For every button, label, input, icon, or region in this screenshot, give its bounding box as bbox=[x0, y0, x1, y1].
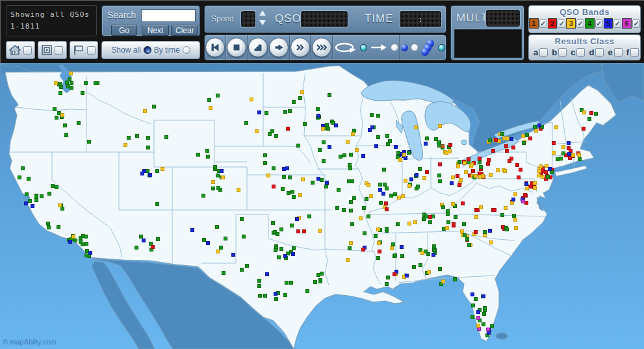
band-2-checkbox[interactable]: ✓ bbox=[558, 19, 565, 28]
oneway-mode-radio[interactable] bbox=[391, 44, 398, 51]
map-copyright: © mapAbilty.com bbox=[3, 338, 56, 346]
class-a-checkbox[interactable] bbox=[539, 48, 548, 57]
qso-display bbox=[301, 11, 348, 27]
class-c-label: c bbox=[571, 47, 575, 57]
class-f-checkbox[interactable] bbox=[630, 48, 639, 57]
fastest-forward-button[interactable] bbox=[312, 38, 331, 57]
play-button[interactable] bbox=[269, 38, 289, 57]
band-1-swatch: 1 bbox=[529, 18, 539, 29]
toolbar: Showing all QSOs 1-1811 bbox=[0, 0, 644, 63]
class-c-checkbox[interactable] bbox=[576, 48, 585, 57]
fast-forward-button[interactable] bbox=[290, 38, 310, 57]
clear-button[interactable]: Clear bbox=[171, 25, 198, 36]
stop-button[interactable] bbox=[227, 38, 246, 57]
home-layer-toggle[interactable] bbox=[6, 41, 35, 59]
us-map-svg[interactable] bbox=[0, 63, 644, 349]
class-d-checkbox[interactable] bbox=[595, 48, 604, 57]
single-dot-mode-radio[interactable] bbox=[411, 44, 419, 51]
band-3-swatch: 3 bbox=[566, 18, 576, 29]
band-4-checkbox[interactable]: ✓ bbox=[595, 19, 603, 28]
mult-list[interactable] bbox=[454, 29, 522, 58]
by-time-radio[interactable] bbox=[183, 46, 190, 54]
mult-display bbox=[486, 10, 520, 27]
flag-layer-toggle[interactable] bbox=[70, 41, 98, 59]
mapability-app: Showing all QSOs 1-1811 bbox=[0, 0, 644, 349]
class-a-label: a bbox=[534, 47, 538, 57]
view-mode-panel: Show all By time bbox=[101, 41, 200, 59]
search-panel: Search Go Next Clear bbox=[101, 5, 200, 36]
qso-bands-row: 1✓2✓3✓4✓5✓6✓ bbox=[529, 18, 640, 29]
band-1-checkbox[interactable]: ✓ bbox=[539, 19, 547, 28]
next-button[interactable]: Next bbox=[142, 25, 169, 36]
trail-mode-radio[interactable] bbox=[438, 44, 445, 51]
grid-layer-toggle[interactable] bbox=[38, 41, 67, 59]
class-e-checkbox[interactable] bbox=[614, 48, 623, 57]
class-d-label: d bbox=[589, 47, 594, 57]
fastest-forward-icon bbox=[316, 43, 327, 52]
show-all-radio[interactable] bbox=[144, 46, 151, 54]
stop-icon bbox=[232, 43, 241, 52]
nested-squares-icon bbox=[42, 45, 52, 55]
search-input[interactable] bbox=[141, 9, 196, 22]
status-line1: Showing all QSOs bbox=[10, 9, 92, 21]
lake-st-clair bbox=[461, 140, 467, 145]
status-line2: 1-1811 bbox=[10, 21, 92, 32]
class-e-label: e bbox=[608, 47, 612, 57]
skip-to-start-button[interactable] bbox=[205, 38, 225, 57]
band-6-swatch: 6 bbox=[622, 18, 632, 29]
class-b-label: b bbox=[552, 47, 557, 57]
time-label: TIME bbox=[365, 12, 394, 25]
step-history-button[interactable] bbox=[248, 38, 268, 57]
speed-down-button[interactable] bbox=[259, 20, 267, 27]
qso-label: QSO bbox=[275, 12, 302, 25]
go-button[interactable]: Go bbox=[111, 25, 137, 36]
speed-label: Speed bbox=[211, 14, 234, 23]
band-5-swatch: 5 bbox=[604, 18, 613, 29]
bahamas-island bbox=[496, 333, 508, 339]
house-icon bbox=[9, 45, 21, 55]
home-layer-checkbox[interactable] bbox=[23, 46, 32, 55]
qso-bands-title: QSO Bands bbox=[529, 7, 640, 17]
speed-qso-time-panel: Speed QSO TIME : bbox=[204, 5, 446, 33]
results-class-panel: Results Class abcdef bbox=[528, 34, 641, 60]
qso-status-display: Showing all QSOs 1-1811 bbox=[6, 5, 97, 36]
results-class-row: abcdef bbox=[529, 47, 640, 57]
flag-layer-checkbox[interactable] bbox=[87, 46, 96, 55]
steps-icon bbox=[253, 43, 263, 52]
skip-to-start-icon bbox=[211, 43, 220, 52]
band-4-swatch: 4 bbox=[585, 18, 595, 29]
by-time-label: By time bbox=[154, 45, 180, 55]
trail-mode-icon bbox=[421, 40, 435, 55]
band-5-checkbox[interactable]: ✓ bbox=[613, 19, 621, 28]
fast-forward-icon bbox=[296, 43, 305, 52]
flag-icon bbox=[73, 45, 84, 55]
class-f-label: f bbox=[626, 47, 629, 57]
band-3-checkbox[interactable]: ✓ bbox=[576, 19, 584, 28]
qso-bands-panel: QSO Bands 1✓2✓3✓4✓5✓6✓ bbox=[528, 5, 641, 33]
mult-label: MULT bbox=[456, 12, 488, 25]
search-label: Search bbox=[107, 10, 136, 20]
class-b-checkbox[interactable] bbox=[558, 48, 567, 57]
oneway-mode-icon bbox=[370, 44, 387, 51]
time-display: : bbox=[400, 11, 441, 27]
band-2-swatch: 2 bbox=[548, 18, 558, 29]
loop-mode-icon bbox=[333, 41, 357, 54]
band-6-checkbox[interactable]: ✓ bbox=[632, 19, 640, 28]
mult-panel: MULT bbox=[450, 5, 524, 60]
show-all-label: Show all bbox=[111, 45, 140, 55]
results-class-title: Results Class bbox=[529, 36, 640, 46]
grid-layer-checkbox[interactable] bbox=[55, 46, 63, 55]
playback-panel bbox=[204, 34, 446, 60]
qso-map[interactable]: © mapAbilty.com bbox=[0, 63, 644, 349]
play-arrow-icon bbox=[274, 43, 283, 52]
speed-up-button[interactable] bbox=[259, 10, 267, 18]
speed-display bbox=[241, 11, 255, 27]
loop-mode-radio[interactable] bbox=[360, 44, 367, 51]
single-dot-mode-icon bbox=[401, 44, 408, 51]
